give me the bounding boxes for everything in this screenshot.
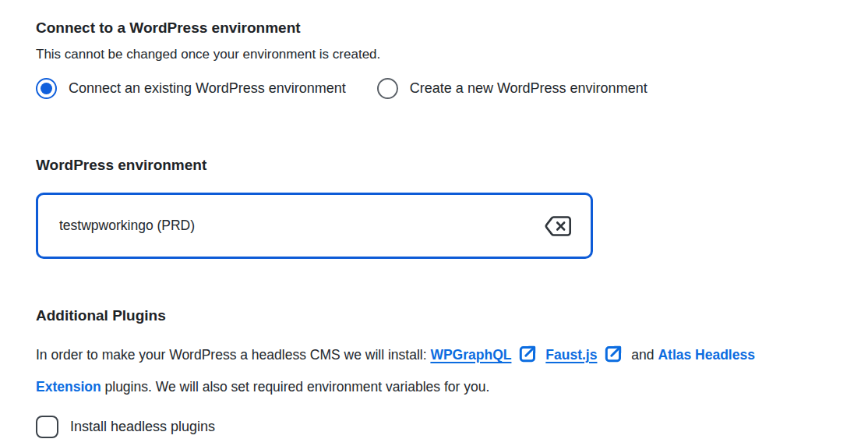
backspace-clear-icon xyxy=(542,214,573,239)
additional-plugins-title: Additional Plugins xyxy=(36,306,832,324)
page-title: Connect to a WordPress environment xyxy=(36,19,832,37)
plugins-description: In order to make your WordPress a headle… xyxy=(36,342,815,401)
environment-selected-value: testwpworkingo (PRD) xyxy=(59,218,195,234)
connect-wordpress-form: Connect to a WordPress environment This … xyxy=(0,0,868,438)
radio-selected-icon[interactable] xyxy=(36,78,57,99)
checkbox-unchecked-icon[interactable] xyxy=(36,416,58,438)
install-headless-plugins-label: Install headless plugins xyxy=(70,419,215,435)
radio-unselected-icon[interactable] xyxy=(377,78,398,99)
radio-option-create-new[interactable]: Create a new WordPress environment xyxy=(377,78,647,99)
radio-label-connect-existing: Connect an existing WordPress environmen… xyxy=(69,80,346,97)
plugins-description-intro: In order to make your WordPress a headle… xyxy=(36,347,427,363)
external-link-icon[interactable] xyxy=(517,344,538,373)
install-headless-plugins-option[interactable]: Install headless plugins xyxy=(36,416,832,438)
page-subtitle: This cannot be changed once your environ… xyxy=(36,46,832,62)
environment-field-label: WordPress environment xyxy=(36,156,832,174)
wordpress-environment-select[interactable]: testwpworkingo (PRD) xyxy=(36,193,593,259)
wpgraphql-link[interactable]: WPGraphQL xyxy=(430,347,511,363)
radio-option-connect-existing[interactable]: Connect an existing WordPress environmen… xyxy=(36,78,346,99)
environment-choice-radio-group: Connect an existing WordPress environmen… xyxy=(36,78,832,99)
plugins-description-conjunction: and xyxy=(631,347,654,363)
external-link-icon[interactable] xyxy=(603,344,623,373)
radio-label-create-new: Create a new WordPress environment xyxy=(410,80,647,97)
clear-selection-button[interactable] xyxy=(542,214,573,239)
plugins-description-outro: plugins. We will also set required envir… xyxy=(105,379,490,395)
faustjs-link[interactable]: Faust.js xyxy=(545,347,597,363)
